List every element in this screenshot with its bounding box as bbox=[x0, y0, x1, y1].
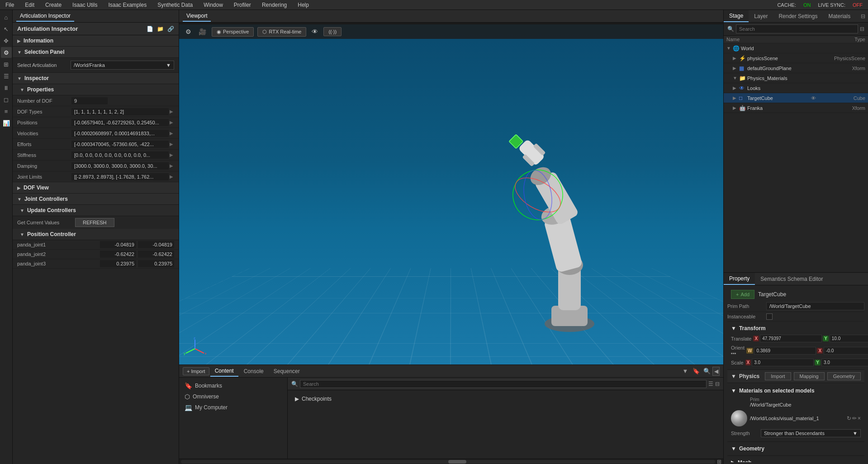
menu-isaac-examples[interactable]: Isaac Examples bbox=[106, 1, 148, 9]
joint-target-3[interactable]: 0.23975 bbox=[138, 260, 174, 267]
stage-filter-icon[interactable]: ⊟ bbox=[858, 13, 868, 19]
tree-row-target-cube[interactable]: ▶ □ TargetCube 👁 Cube bbox=[724, 93, 868, 103]
menu-profiler[interactable]: Profiler bbox=[232, 1, 253, 9]
section-joint-controllers[interactable]: ▼ Joint Controllers bbox=[13, 194, 179, 205]
tab-semantics[interactable]: Semantics Schema Editor bbox=[755, 273, 828, 285]
content-search-input[interactable] bbox=[300, 380, 707, 388]
tab-console[interactable]: Console bbox=[239, 366, 268, 376]
sidebar-my-computer[interactable]: 💻 My Computer bbox=[179, 402, 287, 413]
orient-w-input[interactable] bbox=[754, 347, 816, 355]
prim-path-value[interactable]: /World/TargetCube bbox=[766, 302, 864, 310]
prop-efforts-value[interactable]: [-0.0003470045, -57360.605, -422... bbox=[71, 141, 169, 148]
joint-current-3[interactable]: 0.23975 bbox=[100, 260, 136, 267]
prop-num-dof-value[interactable]: 9 bbox=[71, 97, 108, 104]
vp-settings-icon[interactable]: ⚙ bbox=[184, 27, 193, 36]
tab-sequencer[interactable]: Sequencer bbox=[269, 366, 304, 376]
subsection-update-controllers[interactable]: ▼ Update Controllers bbox=[13, 205, 179, 216]
translate-y-input[interactable] bbox=[830, 335, 868, 342]
tab-property[interactable]: Property bbox=[724, 273, 755, 285]
ground-expand[interactable]: ▶ bbox=[733, 66, 739, 71]
icon-grid[interactable]: ⊞ bbox=[1, 59, 12, 70]
physics-import-btn[interactable]: Import bbox=[765, 372, 791, 380]
scale-y-input[interactable] bbox=[821, 359, 868, 366]
tab-layer[interactable]: Layer bbox=[749, 10, 773, 22]
joint-current-1[interactable]: -0.04819 bbox=[100, 241, 136, 248]
tree-row-ground-plane[interactable]: ▶ ▦ defaultGroundPlane Xform bbox=[724, 63, 868, 73]
world-expand[interactable]: ▼ bbox=[726, 46, 733, 51]
tab-viewport[interactable]: Viewport bbox=[183, 11, 211, 22]
menu-create[interactable]: Create bbox=[43, 1, 63, 9]
instanceable-checkbox[interactable] bbox=[766, 313, 773, 320]
vp-rtx-btn[interactable]: ⬡ RTX Real-time bbox=[257, 27, 306, 37]
menu-isaac-utils[interactable]: Isaac Utils bbox=[71, 1, 99, 9]
panel-action-file[interactable]: 📄 bbox=[147, 26, 153, 32]
vp-perspective-btn[interactable]: ◉ Perspective bbox=[212, 27, 254, 37]
section-selection-panel[interactable]: ▼ Selection Panel bbox=[13, 47, 179, 58]
subsection-position-controller[interactable]: ▼ Position Controller bbox=[13, 229, 179, 240]
physics-mat-expand[interactable]: ▼ bbox=[733, 76, 739, 80]
subsection-properties[interactable]: ▼ Properties bbox=[13, 84, 179, 95]
tab-articulation-inspector[interactable]: Articulation Inspector bbox=[16, 11, 74, 22]
vp-eye-icon[interactable]: 👁 bbox=[310, 27, 320, 36]
physics-section-header[interactable]: ▼ Physics Import Mapping Geometry bbox=[727, 370, 864, 383]
content-filter-icon[interactable]: ⊟ bbox=[715, 381, 720, 387]
right-search-filter[interactable]: ⊟ bbox=[860, 26, 864, 32]
icon-chart[interactable]: 📊 bbox=[1, 118, 12, 128]
sidebar-bookmarks[interactable]: 🔖 Bookmarks bbox=[179, 380, 287, 391]
icon-move[interactable]: ✥ bbox=[1, 35, 12, 46]
scale-x-input[interactable] bbox=[752, 359, 814, 366]
icon-pause[interactable]: ⏸ bbox=[1, 82, 12, 93]
icon-cursor[interactable]: ↖ bbox=[1, 24, 12, 34]
select-articulation-dropdown[interactable]: /World/Franka ▼ bbox=[71, 61, 174, 70]
menu-help[interactable]: Help bbox=[296, 1, 311, 9]
grid-view-icon[interactable]: ⊞ bbox=[717, 459, 721, 464]
panel-action-folder[interactable]: 📁 bbox=[157, 26, 164, 32]
menu-rendering[interactable]: Rendering bbox=[260, 1, 289, 9]
prop-damping-value[interactable]: [3000.0, 3000.0, 3000.0, 3000.0, 30... bbox=[71, 162, 169, 170]
icon-settings[interactable]: ⚙ bbox=[1, 47, 12, 58]
menu-synthetic-data[interactable]: Synthetic Data bbox=[156, 1, 194, 9]
cube-eye[interactable]: 👁 bbox=[811, 95, 820, 101]
tab-materials[interactable]: Materials bbox=[823, 10, 856, 22]
icon-home[interactable]: ⌂ bbox=[1, 12, 12, 23]
right-search-input[interactable] bbox=[736, 24, 858, 33]
bottom-bookmark-icon[interactable]: 🔖 bbox=[692, 367, 701, 376]
franka-expand[interactable]: ▶ bbox=[733, 105, 739, 110]
add-import-btn[interactable]: + Import bbox=[183, 367, 209, 375]
tab-render-settings[interactable]: Render Settings bbox=[773, 10, 823, 22]
sidebar-omniverse[interactable]: ⬡ Omniverse bbox=[179, 391, 287, 402]
icon-layers[interactable]: ☰ bbox=[1, 71, 12, 81]
tree-row-looks[interactable]: ▶ 👁 Looks bbox=[724, 83, 868, 93]
bottom-search-icon[interactable]: 🔍 bbox=[702, 367, 711, 376]
menu-edit[interactable]: Edit bbox=[23, 1, 36, 9]
bottom-filter-icon[interactable]: ▼ bbox=[681, 367, 690, 376]
prop-dof-types-value[interactable]: [1, 1, 1, 1, 1, 1, 1, 2, 2] bbox=[71, 108, 169, 115]
material-refresh-icon[interactable]: ↻ bbox=[847, 415, 851, 421]
transform-header[interactable]: ▼ Transform bbox=[731, 323, 861, 333]
icon-cube[interactable]: ◻ bbox=[1, 94, 12, 105]
checkpoints-header[interactable]: ▶ Checkpoints bbox=[291, 394, 720, 404]
vp-camera-icon[interactable]: 🎥 bbox=[197, 27, 208, 36]
vp-render-btn[interactable]: ((·)) bbox=[323, 27, 342, 36]
orient-x-input[interactable] bbox=[824, 347, 868, 355]
material-edit-icon[interactable]: ✏ bbox=[852, 415, 857, 421]
panel-action-link[interactable]: 🔗 bbox=[167, 26, 174, 32]
section-dof-view[interactable]: ▶ DOF View bbox=[13, 182, 179, 194]
physics-geometry-btn[interactable]: Geometry bbox=[827, 372, 861, 380]
cube-expand[interactable]: ▶ bbox=[733, 95, 739, 100]
prop-stiffness-value[interactable]: [0.0, 0.0, 0.0, 0.0, 0.0, 0.0, 0.0, 0... bbox=[71, 152, 169, 159]
section-information[interactable]: ▶ Information bbox=[13, 35, 179, 47]
add-button[interactable]: + Add bbox=[731, 290, 754, 299]
collapse-bottom[interactable]: ◀ bbox=[712, 367, 720, 376]
prop-joint-limits-value[interactable]: [[-2.8973, 2.8973], [-1.7628, 1.762... bbox=[71, 173, 169, 180]
physics-mapping-btn[interactable]: Mapping bbox=[794, 372, 825, 380]
menu-window[interactable]: Window bbox=[202, 1, 225, 9]
joint-target-2[interactable]: -0.62422 bbox=[138, 251, 174, 258]
prop-positions-value[interactable]: [-0.06579401, -0.62729263, 0.25450... bbox=[71, 119, 169, 126]
refresh-button[interactable]: REFRESH bbox=[75, 218, 114, 227]
menu-file[interactable]: File bbox=[4, 1, 16, 9]
geometry-header[interactable]: ▼ Geometry bbox=[731, 444, 861, 454]
tree-row-franka[interactable]: ▶ 🤖 Franka Xform bbox=[724, 103, 868, 113]
joint-target-1[interactable]: -0.04819 bbox=[138, 241, 174, 248]
material-name-value[interactable]: /World/Looks/visual_material_1 bbox=[750, 416, 844, 421]
